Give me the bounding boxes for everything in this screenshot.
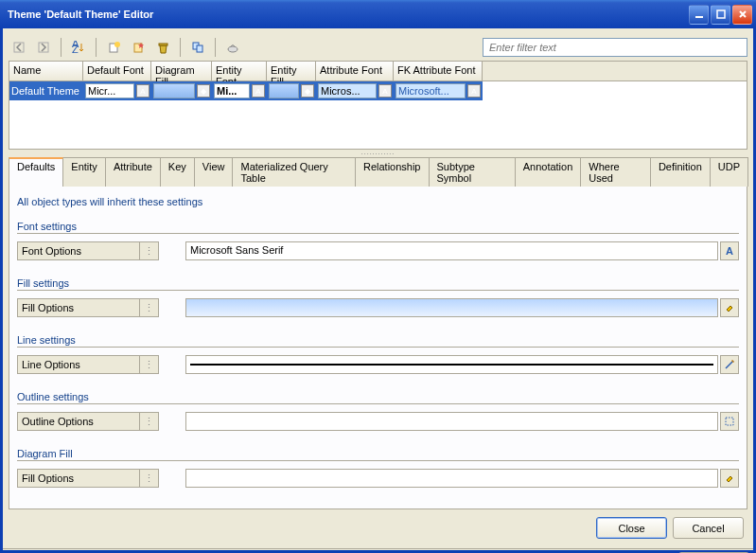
tab-definition[interactable]: Definition	[650, 157, 711, 187]
cell-entity-font: Mi...	[214, 83, 250, 98]
themes-grid: Name Default Font Diagram Fill Entity Fo…	[9, 61, 747, 150]
diagram-fill-label: Diagram Fill	[17, 448, 739, 461]
cell-name: Default Theme	[9, 81, 83, 100]
diagram-fill-options-label: Fill Options	[17, 469, 140, 488]
font-picker-icon[interactable]: A	[467, 84, 481, 98]
fill-options-label: Fill Options	[17, 298, 140, 317]
col-name[interactable]: Name	[9, 62, 83, 80]
font-settings-label: Font settings	[17, 221, 739, 234]
tab-view[interactable]: View	[194, 157, 234, 187]
grip-icon[interactable]: ⋮	[140, 298, 159, 317]
tab-entity[interactable]: Entity	[62, 157, 106, 187]
cell-entity-fill	[269, 83, 299, 98]
toolbar: AZ	[9, 34, 747, 61]
nav-prev-button[interactable]	[9, 37, 29, 58]
outline-options-label: Outline Options	[17, 412, 140, 431]
font-picker-icon[interactable]: A	[136, 84, 149, 98]
svg-rect-11	[197, 45, 202, 52]
font-picker-icon[interactable]: A	[378, 84, 392, 98]
outline-settings-label: Outline settings	[17, 391, 739, 404]
close-button[interactable]: Close	[596, 517, 667, 539]
diagram-fill-value[interactable]	[185, 469, 718, 488]
col-fk-attribute-font[interactable]: FK Attribute Font	[394, 62, 483, 80]
line-settings-label: Line settings	[17, 334, 739, 348]
cell-diagram-fill	[153, 83, 195, 98]
outline-picker-button[interactable]	[720, 412, 739, 431]
fill-picker-icon[interactable]: ◆	[301, 84, 314, 98]
tab-subtype[interactable]: Subtype Symbol	[429, 157, 516, 187]
statusbar: ⊘ ◐ Details...	[3, 548, 753, 553]
svg-text:Z: Z	[72, 44, 79, 54]
svg-rect-14	[726, 418, 733, 425]
svg-rect-3	[39, 43, 48, 52]
tab-mqt[interactable]: Materialized Query Table	[232, 157, 355, 187]
help-button[interactable]	[222, 37, 243, 58]
fill-options-value[interactable]	[185, 298, 718, 317]
cell-default-font: Micr...	[85, 83, 134, 98]
tab-content: All object types will inherit these sett…	[9, 186, 747, 509]
tab-annotation[interactable]: Annotation	[515, 157, 582, 187]
tab-key[interactable]: Key	[160, 157, 195, 187]
line-options-label: Line Options	[17, 355, 140, 374]
col-entity-font[interactable]: Entity Font	[212, 62, 267, 80]
sort-button[interactable]: AZ	[68, 37, 89, 58]
cell-fk-attribute-font: Microsoft...	[396, 83, 466, 98]
fill-picker-button[interactable]	[720, 298, 739, 317]
minimize-button[interactable]	[689, 5, 709, 25]
splitter[interactable]: ∙∙∙∙∙∙∙∙∙∙∙∙	[9, 150, 747, 157]
svg-rect-2	[14, 43, 24, 52]
tabs: Defaults Entity Attribute Key View Mater…	[9, 157, 747, 187]
maximize-button[interactable]	[711, 5, 730, 25]
svg-text:A: A	[726, 245, 733, 257]
new-star-button[interactable]	[128, 37, 149, 58]
tab-where-used[interactable]: Where Used	[580, 157, 651, 187]
svg-point-12	[228, 46, 237, 52]
delete-button[interactable]	[152, 37, 173, 58]
line-picker-button[interactable]	[720, 355, 739, 374]
svg-rect-9	[159, 44, 167, 45]
cell-attribute-font: Micros...	[318, 83, 377, 98]
grip-icon[interactable]: ⋮	[140, 355, 159, 374]
svg-rect-0	[695, 16, 703, 18]
grip-icon[interactable]: ⋮	[140, 469, 159, 488]
window-title: Theme 'Default Theme' Editor	[4, 9, 689, 20]
outline-options-value[interactable]	[185, 412, 718, 431]
new-button[interactable]	[103, 37, 124, 58]
svg-point-7	[114, 42, 120, 47]
col-attribute-font[interactable]: Attribute Font	[316, 62, 394, 80]
line-options-value[interactable]	[185, 355, 718, 374]
font-picker-button[interactable]: A	[720, 241, 739, 260]
col-default-font[interactable]: Default Font	[83, 62, 151, 80]
info-text: All object types will inherit these sett…	[17, 196, 739, 207]
svg-rect-1	[717, 10, 725, 18]
diagram-fill-picker-button[interactable]	[720, 469, 739, 488]
copy-button[interactable]	[187, 37, 208, 58]
col-entity-fill[interactable]: Entity Fill	[267, 62, 316, 80]
fill-settings-label: Fill settings	[17, 277, 739, 291]
font-options-value[interactable]: Microsoft Sans Serif	[185, 241, 718, 260]
font-picker-icon[interactable]: A	[252, 84, 265, 98]
tab-defaults[interactable]: Defaults	[9, 157, 63, 187]
table-row[interactable]: Default Theme Micr...A ◆ Mi...A ◆ Micros…	[9, 81, 747, 100]
close-window-button[interactable]	[732, 5, 752, 25]
tab-attribute[interactable]: Attribute	[105, 157, 161, 187]
nav-next-button[interactable]	[33, 37, 54, 58]
tab-relationship[interactable]: Relationship	[355, 157, 430, 187]
titlebar: Theme 'Default Theme' Editor	[0, 0, 756, 28]
fill-picker-icon[interactable]: ◆	[197, 84, 210, 98]
cancel-button[interactable]: Cancel	[673, 517, 744, 539]
grip-icon[interactable]: ⋮	[140, 241, 159, 260]
filter-input[interactable]	[483, 38, 747, 57]
col-diagram-fill[interactable]: Diagram Fill	[151, 62, 212, 80]
grip-icon[interactable]: ⋮	[140, 412, 159, 431]
tab-udp[interactable]: UDP	[710, 157, 748, 187]
font-options-label: Font Options	[17, 241, 140, 260]
